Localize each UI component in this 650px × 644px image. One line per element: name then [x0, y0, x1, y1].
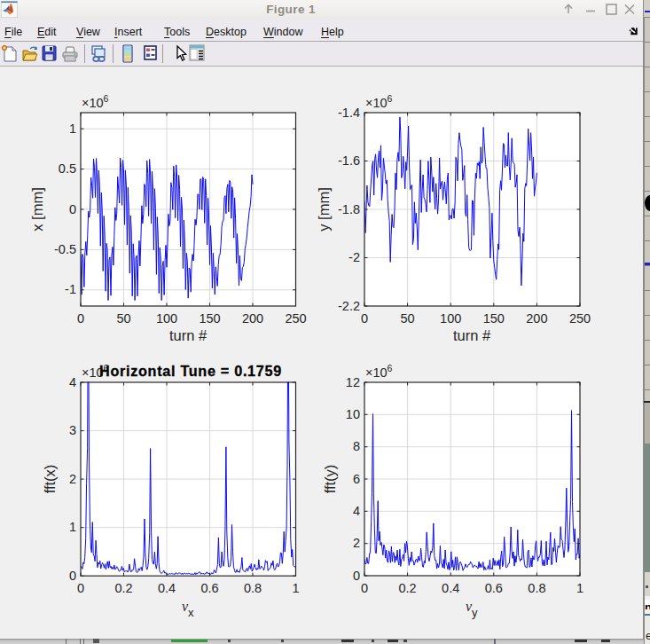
svg-text:0.4: 0.4 — [158, 581, 176, 595]
svg-text:2: 2 — [353, 536, 360, 550]
svg-text:fft(x): fft(x) — [42, 465, 58, 494]
svg-text:x [mm]: x [mm] — [29, 187, 45, 232]
svg-text:-0.5: -0.5 — [54, 242, 76, 256]
svg-text:0: 0 — [361, 581, 368, 595]
svg-text:50: 50 — [116, 311, 130, 326]
svg-text:turn #: turn # — [169, 327, 208, 343]
svg-text:0: 0 — [361, 311, 368, 326]
svg-text:0.6: 0.6 — [485, 581, 503, 595]
svg-text:100: 100 — [156, 311, 177, 326]
svg-text:-1.8: -1.8 — [338, 202, 360, 216]
svg-text:×106: ×106 — [365, 363, 393, 380]
svg-text:100: 100 — [440, 311, 461, 326]
svg-text:×106: ×106 — [365, 93, 393, 110]
svg-text:-1: -1 — [65, 282, 76, 296]
svg-text:3: 3 — [69, 423, 76, 437]
svg-text:12: 12 — [346, 375, 360, 389]
svg-text:1: 1 — [576, 581, 583, 595]
svg-text:Horizontal Tune = 0.1759: Horizontal Tune = 0.1759 — [99, 363, 282, 379]
svg-text:250: 250 — [569, 311, 591, 326]
svg-text:0: 0 — [69, 202, 76, 216]
svg-text:y [mm]: y [mm] — [316, 187, 332, 232]
svg-text:2: 2 — [69, 472, 76, 486]
svg-text:200: 200 — [526, 311, 547, 326]
svg-text:8: 8 — [353, 439, 360, 453]
svg-text:150: 150 — [199, 311, 220, 326]
svg-text:0: 0 — [77, 581, 84, 595]
svg-text:0.6: 0.6 — [200, 581, 218, 595]
svg-text:0: 0 — [69, 569, 76, 583]
svg-text:4: 4 — [353, 504, 360, 518]
svg-text:νx: νx — [182, 599, 194, 619]
svg-text:0.2: 0.2 — [399, 581, 417, 595]
svg-text:150: 150 — [483, 311, 505, 326]
svg-text:0: 0 — [353, 569, 360, 583]
svg-text:0.8: 0.8 — [528, 581, 545, 595]
svg-text:200: 200 — [242, 311, 263, 326]
svg-text:0: 0 — [77, 311, 84, 326]
svg-text:-2.2: -2.2 — [338, 299, 360, 313]
svg-text:6: 6 — [353, 472, 360, 486]
svg-text:10: 10 — [346, 407, 360, 421]
svg-text:-2: -2 — [348, 250, 360, 264]
svg-text:0.4: 0.4 — [442, 581, 459, 595]
svg-text:fft(y): fft(y) — [322, 465, 338, 494]
svg-text:1: 1 — [69, 520, 76, 534]
svg-text:4: 4 — [69, 375, 76, 389]
svg-text:1: 1 — [69, 122, 76, 136]
svg-text:1: 1 — [292, 581, 299, 595]
svg-text:50: 50 — [401, 311, 415, 326]
svg-text:νy: νy — [466, 599, 478, 619]
svg-text:0.8: 0.8 — [244, 581, 262, 595]
svg-text:0.5: 0.5 — [59, 161, 76, 176]
svg-text:turn #: turn # — [453, 327, 491, 343]
svg-text:0.2: 0.2 — [114, 581, 132, 595]
svg-text:×106: ×106 — [82, 93, 109, 110]
svg-text:-1.6: -1.6 — [338, 153, 360, 168]
svg-text:-1.4: -1.4 — [338, 106, 360, 120]
svg-text:250: 250 — [285, 311, 306, 326]
